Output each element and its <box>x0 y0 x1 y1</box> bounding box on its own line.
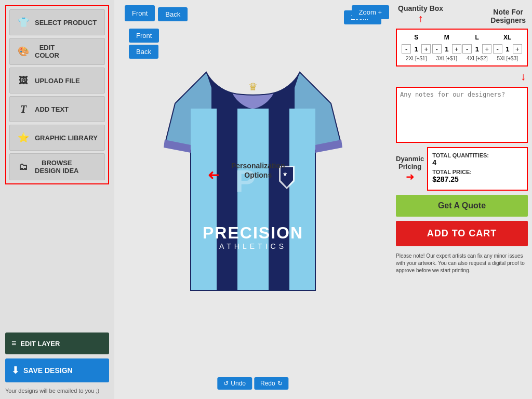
quantity-box-annotation: Quantity Box ↑ <box>398 4 443 24</box>
qty-minus-xl[interactable]: - <box>493 44 502 54</box>
quantity-box: S M L XL - 1 + - 1 + - 1 + <box>396 29 528 66</box>
svg-text:PRECISION: PRECISION <box>203 223 303 242</box>
size-xl: XL <box>493 34 523 41</box>
qty-value-m: 1 <box>443 45 451 53</box>
size-m: M <box>432 34 462 41</box>
notes-box <box>396 87 528 143</box>
save-design-button[interactable]: ⬇ SAVE DESIGN <box>5 358 109 382</box>
total-quantities-label: TOTAL QUANTITIES: <box>432 152 523 158</box>
note-arrow: ↓ <box>396 71 528 83</box>
qty-plus-m[interactable]: + <box>452 44 461 54</box>
note-annotation-line1: Note For <box>490 8 526 16</box>
qty-control-m: - 1 + <box>432 44 461 54</box>
qty-minus-l[interactable]: - <box>462 44 472 54</box>
browse-design-label: BROWSE DESIGN IDEA <box>35 159 79 175</box>
shirt-icon: 👕 <box>16 15 31 30</box>
total-price-label: TOTAL PRICE: <box>432 169 523 175</box>
size-l: L <box>462 34 493 41</box>
size-2xl: 2XL[+$1] <box>401 56 432 61</box>
undo-icon: ↺ <box>223 380 229 387</box>
add-text-button[interactable]: T ADD TEXT <box>9 96 105 122</box>
size-labels: S M L XL <box>401 34 523 41</box>
quantity-annotation-text: Quantity Box <box>398 4 443 12</box>
browse-design-button[interactable]: 🗂 BROWSE DESIGN IDEA <box>9 153 105 180</box>
svg-rect-2 <box>237 109 269 290</box>
size-4xl: 4XL[+$2] <box>462 56 493 61</box>
personalization-text: PersonalizationOptions <box>231 162 285 179</box>
qty-control-s: - 1 + <box>402 44 431 54</box>
svg-rect-3 <box>269 109 289 290</box>
front-view-button[interactable]: Front <box>129 29 159 43</box>
redo-icon: ↻ <box>277 380 283 387</box>
note-annotation: Note For Designers <box>490 8 526 24</box>
layer-icon: ≡ <box>11 339 16 348</box>
upload-icon: 🖼 <box>16 73 31 88</box>
qty-plus-s[interactable]: + <box>421 44 431 54</box>
notes-input[interactable] <box>397 88 527 140</box>
edit-color-button[interactable]: 🎨 EDIT COLOR <box>9 38 105 65</box>
svg-rect-0 <box>191 109 217 290</box>
qty-value-l: 1 <box>473 45 481 53</box>
size-s: S <box>401 34 432 41</box>
note-annotation-line2: Designers <box>490 16 526 24</box>
redo-label: Redo <box>260 380 275 387</box>
size-3xl: 3XL[+$1] <box>432 56 462 61</box>
save-icon: ⬇ <box>11 365 19 376</box>
back-button[interactable]: Back <box>158 7 188 21</box>
qty-value-xl: 1 <box>503 45 512 53</box>
dynamic-pricing-text: DyanmicPricing <box>396 155 424 170</box>
view-controls: Front Back <box>125 5 188 21</box>
total-price-value: $287.25 <box>432 175 523 183</box>
qty-value-s: 1 <box>412 45 420 53</box>
undo-button[interactable]: ↺ Undo <box>217 377 252 390</box>
qty-control-xl: - 1 + <box>493 44 522 54</box>
upload-file-label: UPLOAD FILE <box>35 77 80 85</box>
edit-color-label: EDIT COLOR <box>35 44 59 59</box>
pricing-box: TOTAL QUANTITIES: 4 TOTAL PRICE: $287.25 <box>427 147 528 191</box>
svg-text:♛: ♛ <box>248 81 258 92</box>
edit-layer-label: EDIT LAYER <box>20 340 60 348</box>
add-to-cart-button[interactable]: ADD TO CART <box>396 221 528 246</box>
extra-sizes-row: 2XL[+$1] 3XL[+$1] 4XL[+$2] 5XL[+$3] <box>401 56 523 61</box>
edit-layer-button[interactable]: ≡ EDIT LAYER <box>5 332 109 354</box>
pricing-section: DyanmicPricing ➜ TOTAL QUANTITIES: 4 TOT… <box>396 147 528 191</box>
add-text-label: ADD TEXT <box>35 105 69 113</box>
svg-rect-4 <box>289 109 315 290</box>
select-product-label: SELECT PRODUCT <box>35 19 97 26</box>
dynamic-pricing-annotation: DyanmicPricing ➜ <box>396 155 424 183</box>
qty-plus-xl[interactable]: + <box>513 44 522 54</box>
front-button[interactable]: Front <box>125 5 155 21</box>
back-view-button[interactable]: Back <box>129 45 158 59</box>
size-5xl: 5XL[+$3] <box>493 56 523 61</box>
redo-button[interactable]: Redo ↻ <box>254 377 289 390</box>
select-product-button[interactable]: 👕 SELECT PRODUCT <box>9 9 105 35</box>
star-icon: ⭐ <box>16 130 31 145</box>
zoom-overlay-button[interactable]: Zoom + <box>352 5 389 19</box>
svg-text:ATHLETICS: ATHLETICS <box>219 242 287 250</box>
quantity-controls-row: - 1 + - 1 + - 1 + - 1 + <box>401 44 523 54</box>
qty-minus-m[interactable]: - <box>432 44 442 54</box>
qty-control-l: - 1 + <box>462 44 491 54</box>
undo-label: Undo <box>231 380 246 387</box>
qty-plus-l[interactable]: + <box>482 44 491 54</box>
total-quantities-value: 4 <box>432 158 523 167</box>
qty-minus-s[interactable]: - <box>402 44 411 54</box>
browse-icon: 🗂 <box>16 159 31 174</box>
get-quote-button[interactable]: Get A Quote <box>396 195 528 217</box>
graphic-library-button[interactable]: ⭐ GRAPHIC LIBRARY <box>9 125 105 151</box>
upload-file-button[interactable]: 🖼 UPLOAD FILE <box>9 68 105 94</box>
color-icon: 🎨 <box>16 44 31 59</box>
disclaimer-text: Please note! Our expert artists can fix … <box>396 252 528 274</box>
personalization-annotation: PersonalizationOptions ➜ <box>231 161 285 180</box>
text-icon: T <box>16 102 31 116</box>
graphic-library-label: GRAPHIC LIBRARY <box>35 134 98 142</box>
save-design-label: SAVE DESIGN <box>23 366 73 375</box>
email-note: Your designs will be emailed to you ;) <box>5 388 109 394</box>
zoom-btn-overlay: Zoom + <box>352 5 389 19</box>
